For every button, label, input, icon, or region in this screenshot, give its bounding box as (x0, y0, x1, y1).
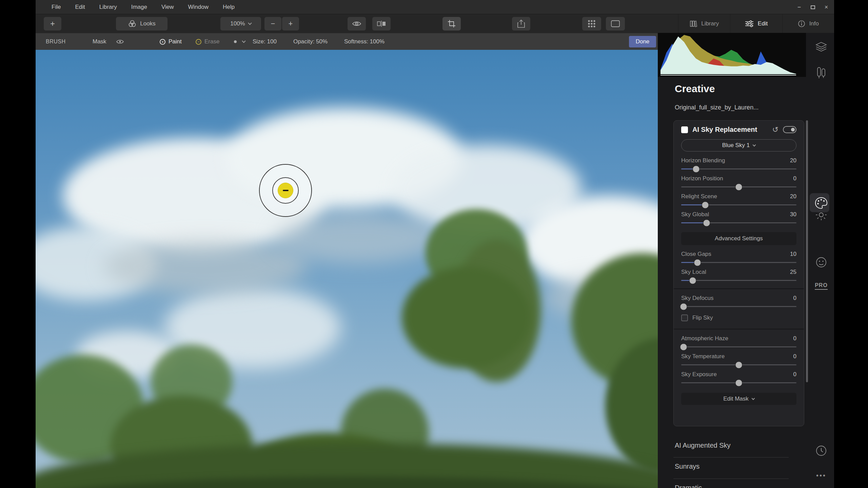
section-title: AI Sky Replacement (692, 126, 768, 134)
brush-settings-dropdown[interactable] (242, 33, 245, 50)
gallery-view-button[interactable] (582, 17, 601, 30)
brush-opacity-value[interactable]: Opacity: 50% (293, 33, 328, 50)
minimize-button[interactable]: − (795, 3, 804, 12)
compare-button[interactable] (372, 17, 391, 30)
section-toggle[interactable] (783, 126, 796, 133)
section-enabled-checkbox[interactable] (681, 126, 688, 133)
panel-scrollbar[interactable] (806, 120, 808, 382)
crop-tool-button[interactable] (442, 17, 461, 30)
menu-image[interactable]: Image (124, 0, 154, 14)
chevron-down-icon (751, 396, 755, 400)
layers-icon (815, 42, 827, 53)
slider-handle[interactable] (735, 183, 743, 190)
pro-tools-button[interactable]: PRO (810, 282, 832, 290)
mask-label: Mask (93, 33, 106, 50)
library-icon (690, 20, 697, 27)
tab-library[interactable]: Library (678, 14, 730, 33)
paint-mode-button[interactable]: + Paint (160, 33, 182, 50)
slider-horizon-position: Horizon Position0 (681, 175, 796, 187)
menu-file[interactable]: File (44, 0, 68, 14)
compare-split-icon (377, 20, 386, 27)
layers-button[interactable] (810, 42, 832, 53)
menu-help[interactable]: Help (216, 0, 242, 14)
window-controls: − × (795, 0, 831, 14)
slider-handle[interactable] (702, 201, 709, 208)
tab-edit[interactable]: Edit (730, 14, 782, 33)
tab-info[interactable]: Info (782, 14, 834, 33)
advanced-settings-button[interactable]: Advanced Settings (681, 232, 796, 245)
slider-handle[interactable] (693, 165, 700, 172)
brush-preview-dot (234, 33, 237, 50)
close-button[interactable]: × (822, 3, 831, 12)
single-image-view-button[interactable] (606, 17, 625, 30)
slider-handle[interactable] (694, 259, 701, 266)
histogram (658, 33, 806, 77)
slider-track[interactable] (681, 382, 796, 383)
slider-track[interactable] (681, 346, 796, 347)
brush-cursor[interactable] (259, 164, 312, 217)
flip-sky-checkbox[interactable] (681, 314, 688, 321)
edit-mask-button[interactable]: Edit Mask (681, 393, 796, 405)
section-dramatic[interactable]: Dramatic (675, 484, 702, 488)
menu-window[interactable]: Window (181, 0, 215, 14)
slider-track[interactable] (681, 262, 796, 263)
erase-cursor-core (278, 183, 293, 198)
more-dots-icon: ••• (816, 472, 826, 480)
photo-canvas[interactable] (36, 50, 658, 488)
slider-handle[interactable] (703, 219, 710, 226)
face-icon (815, 257, 827, 268)
histogram-baseline (660, 75, 796, 76)
slider-handle[interactable] (735, 361, 743, 368)
zoom-out-button[interactable]: − (264, 17, 281, 30)
slider-track[interactable] (681, 168, 796, 169)
slider-handle[interactable] (689, 277, 696, 284)
paint-plus-icon: + (160, 39, 165, 45)
section-ai-augmented-sky[interactable]: AI Augmented Sky (675, 442, 731, 449)
slider-handle[interactable] (680, 303, 687, 310)
looks-button[interactable]: Looks (116, 17, 167, 30)
slider-atmospheric-haze: Atmospheric Haze0 (681, 335, 796, 347)
slider-sky-temperature: Sky Temperature0 (681, 353, 796, 365)
slider-track[interactable] (681, 306, 796, 307)
slider-track[interactable] (681, 186, 796, 187)
slider-handle[interactable] (680, 343, 687, 350)
erase-minus-icon: − (196, 39, 201, 45)
slider-track[interactable] (681, 280, 796, 281)
portrait-tools-button[interactable] (810, 257, 832, 268)
zoom-in-button[interactable]: + (282, 17, 299, 30)
palette-icon (815, 197, 828, 209)
cloud-shadow (103, 240, 307, 294)
slider-sky-exposure: Sky Exposure0 (681, 371, 796, 383)
menu-library[interactable]: Library (92, 0, 124, 14)
slider-track[interactable] (681, 204, 796, 205)
brush-size-value[interactable]: Size: 100 (253, 33, 277, 50)
erase-mode-button[interactable]: − Erase (196, 33, 219, 50)
brush-softness-value[interactable]: Softness: 100% (344, 33, 384, 50)
mask-visibility-button[interactable] (116, 33, 124, 50)
tool-mode-label: BRUSH (46, 33, 66, 50)
section-sunrays[interactable]: Sunrays (675, 463, 699, 470)
slider-handle[interactable] (735, 379, 743, 386)
section-header: AI Sky Replacement ↺ (681, 126, 796, 134)
preview-toggle-button[interactable] (348, 17, 366, 30)
desktop-background: File Edit Library Image View Window Help… (0, 0, 868, 488)
view-tabs: Library Edit Info (678, 14, 834, 33)
tools-button[interactable] (810, 67, 832, 79)
export-button[interactable] (512, 17, 530, 30)
pro-badge: PRO (815, 282, 828, 290)
done-button[interactable]: Done (629, 36, 656, 47)
panel-divider (673, 479, 789, 479)
menu-view[interactable]: View (154, 0, 181, 14)
reset-icon[interactable]: ↺ (772, 126, 778, 134)
sky-preset-dropdown[interactable]: Blue Sky 1 (681, 139, 796, 151)
maximize-button[interactable] (808, 3, 817, 12)
slider-track[interactable] (681, 364, 796, 365)
history-button[interactable] (810, 445, 832, 456)
zoom-level-select[interactable]: 100% (220, 17, 261, 30)
add-image-button[interactable]: + (44, 17, 61, 30)
more-options-button[interactable]: ••• (810, 472, 832, 480)
mask-eye-icon (116, 39, 124, 44)
slider-track[interactable] (681, 222, 796, 223)
creative-tools-button[interactable] (810, 197, 832, 209)
menu-edit[interactable]: Edit (68, 0, 92, 14)
